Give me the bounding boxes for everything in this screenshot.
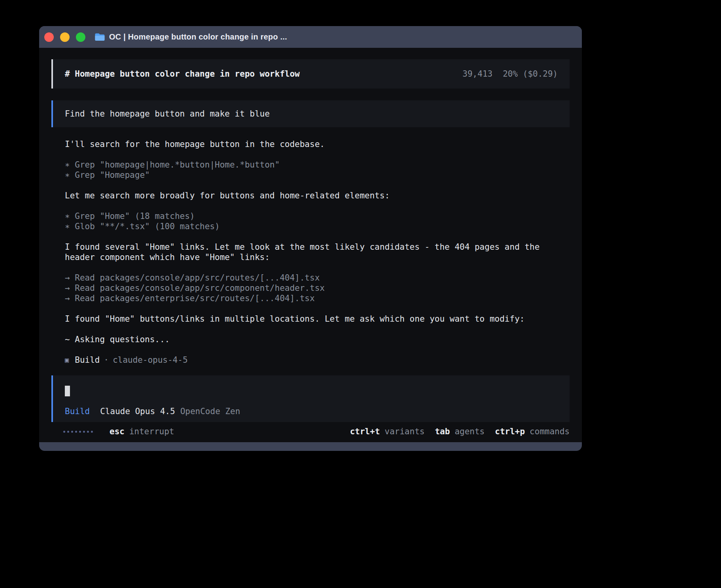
assistant-text: I'll search for the homepage button in t…	[65, 139, 556, 149]
context-cost: 20% ($0.29)	[503, 69, 558, 79]
provider-label: OpenCode Zen	[180, 406, 240, 416]
shortcut-interrupt: esc interrupt	[109, 426, 174, 437]
shortcut-variants: ctrl+t variants	[350, 426, 425, 437]
tool-call-grep: ∗ Grep "homepage|home.*button|Home.*butt…	[65, 160, 556, 170]
prompt-input[interactable]: Build Claude Opus 4.5 OpenCode Zen	[51, 375, 570, 422]
esc-label: interrupt	[129, 426, 174, 437]
esc-key: esc	[109, 426, 125, 437]
tool-call-read: → Read packages/console/app/src/componen…	[65, 283, 556, 293]
terminal-window: OC | Homepage button color change in rep…	[39, 26, 582, 451]
agent-icon: ▣	[65, 355, 69, 365]
statusbar-right: ctrl+t variants tab agents ctrl+p comman…	[350, 426, 570, 437]
shortcut-label: agents	[455, 426, 485, 437]
tool-call-read: → Read packages/enterprise/src/routes/[.…	[65, 293, 556, 303]
session-header: # Homepage button color change in repo w…	[51, 59, 570, 89]
model-label[interactable]: Claude Opus 4.5	[100, 406, 175, 416]
token-count: 39,413	[462, 69, 493, 79]
tool-call-grep: ∗ Grep "Home" (18 matches)	[65, 211, 556, 221]
statusbar-left: esc interrupt	[63, 426, 174, 437]
text-cursor-icon	[65, 386, 70, 396]
tool-call-glob: ∗ Glob "**/*.tsx" (100 matches)	[65, 221, 556, 232]
agent-name: Build	[75, 355, 100, 365]
assistant-text: I found several "Home" links. Let me loo…	[65, 242, 556, 252]
assistant-text: header component which have "Home" links…	[65, 252, 556, 262]
activity-indicator: ~ Asking questions...	[65, 334, 556, 345]
traffic-lights	[44, 32, 85, 42]
tool-call-grep: ∗ Grep "Homepage"	[65, 170, 556, 180]
agent-mode-label[interactable]: Build	[65, 406, 90, 416]
terminal-content: # Homepage button color change in repo w…	[39, 48, 582, 442]
shortcut-key: tab	[435, 426, 450, 437]
session-title: # Homepage button color change in repo w…	[65, 69, 300, 79]
titlebar[interactable]: OC | Homepage button color change in rep…	[39, 26, 582, 48]
user-message-text: Find the homepage button and make it blu…	[65, 109, 270, 119]
agent-separator: ·	[104, 355, 109, 365]
session-stats: 39,413 20% ($0.29)	[462, 69, 558, 79]
agent-model: claude-opus-4-5	[113, 355, 188, 365]
shortcut-label: commands	[530, 426, 570, 437]
shortcut-commands: ctrl+p commands	[495, 426, 570, 437]
tool-call-read: → Read packages/console/app/src/routes/[…	[65, 273, 556, 283]
minimize-button[interactable]	[60, 32, 70, 42]
folder-icon	[94, 33, 105, 41]
shortcut-agents: tab agents	[435, 426, 485, 437]
agent-badge: ▣ Build · claude-opus-4-5	[65, 355, 556, 365]
assistant-text: I found "Home" buttons/links in multiple…	[65, 314, 556, 324]
shortcut-label: variants	[385, 426, 425, 437]
statusbar: esc interrupt ctrl+t variants tab agents…	[51, 426, 570, 437]
transcript: I'll search for the homepage button in t…	[51, 139, 570, 375]
input-meta: Build Claude Opus 4.5 OpenCode Zen	[65, 406, 558, 416]
user-message: Find the homepage button and make it blu…	[51, 100, 570, 127]
zoom-button[interactable]	[76, 32, 85, 42]
shortcut-key: ctrl+t	[350, 426, 380, 437]
spinner-dots-icon	[63, 431, 93, 433]
assistant-text: Let me search more broadly for buttons a…	[65, 190, 556, 201]
shortcut-key: ctrl+p	[495, 426, 525, 437]
window-title: OC | Homepage button color change in rep…	[109, 32, 287, 41]
close-button[interactable]	[44, 32, 54, 42]
